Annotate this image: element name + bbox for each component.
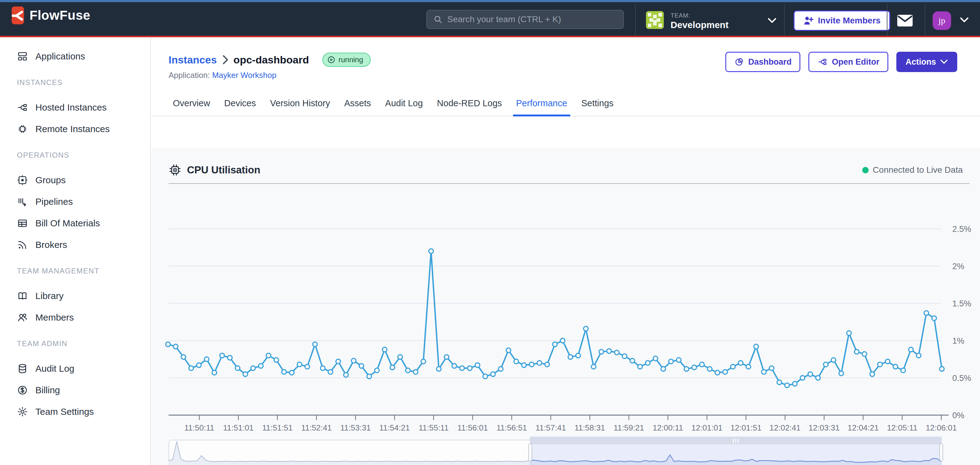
actions-button-label: Actions xyxy=(905,57,936,67)
remote-instances-icon xyxy=(17,123,28,134)
team-name: Development xyxy=(671,20,729,30)
actions-chevron-down-icon xyxy=(940,59,948,65)
open-editor-button-label: Open Editor xyxy=(832,57,880,67)
app-root: FlowFuse TEAM: Development xyxy=(0,0,980,465)
status-badge-label: running xyxy=(338,56,363,64)
sidebar-item-label: Library xyxy=(35,291,64,301)
team-avatar xyxy=(646,11,664,29)
team-selector[interactable]: TEAM: Development xyxy=(646,11,729,30)
sidebar-item-brokers[interactable]: Brokers xyxy=(0,234,150,256)
tab-performance[interactable]: Performance xyxy=(513,98,570,117)
tab-node-red-logs[interactable]: Node-RED Logs xyxy=(434,98,505,117)
live-status: Connected to Live Data xyxy=(862,165,963,175)
main-content: Instances opc-dashboard running Applicat… xyxy=(151,37,980,465)
brand-name: FlowFuse xyxy=(30,8,91,23)
user-menu-chevron-down-icon[interactable] xyxy=(960,16,969,24)
invite-members-label: Invite Members xyxy=(818,16,881,26)
dashboard-button-label: Dashboard xyxy=(748,57,791,67)
sidebar-item-label: Brokers xyxy=(35,240,67,250)
open-editor-button[interactable]: Open Editor xyxy=(808,52,888,72)
status-badge: running xyxy=(322,53,370,67)
sidebar-item-pipelines[interactable]: Pipelines xyxy=(0,191,150,213)
sidebar-item-hosted-instances[interactable]: Hosted Instances xyxy=(0,97,150,118)
sidebar-item-label: Team Settings xyxy=(35,406,94,417)
sidebar-item-label: Hosted Instances xyxy=(35,102,107,113)
sidebar-item-applications[interactable]: Applications xyxy=(0,46,150,67)
x-axis-tick-label: 12:04:21 xyxy=(848,423,878,432)
x-axis-tick-label: 11:54:21 xyxy=(379,423,410,432)
page-title: opc-dashboard xyxy=(234,54,309,66)
sidebar-item-members[interactable]: Members xyxy=(0,307,150,328)
x-axis-tick-label: 11:52:41 xyxy=(301,423,332,432)
sidebar-section-instances: INSTANCES xyxy=(0,78,150,87)
breadcrumb-instances-link[interactable]: Instances xyxy=(169,54,217,66)
sidebar-item-groups[interactable]: Groups xyxy=(0,169,150,191)
actions-button[interactable]: Actions xyxy=(896,52,957,72)
sidebar-item-label: Groups xyxy=(35,175,65,185)
tab-assets[interactable]: Assets xyxy=(341,98,374,117)
x-axis-tick-label: 12:01:01 xyxy=(692,423,722,432)
breadcrumb-chevron-icon xyxy=(222,55,229,65)
invite-members-button[interactable]: Invite Members xyxy=(794,10,890,31)
sidebar-item-label: Billing xyxy=(35,385,60,395)
chart-range-selector[interactable] xyxy=(169,437,944,465)
x-axis-tick-label: 12:01:51 xyxy=(730,423,762,432)
y-axis-tick-label: 2.5% xyxy=(952,224,971,234)
applications-icon xyxy=(17,51,28,62)
user-avatar[interactable]: jp xyxy=(932,11,951,30)
tab-overview[interactable]: Overview xyxy=(170,98,213,117)
pie-chart-icon xyxy=(734,57,744,67)
sidebar-item-billing[interactable]: Billing xyxy=(0,379,150,401)
billing-icon xyxy=(17,385,28,396)
performance-panel: CPU Utilisation Connected to Live Data 0… xyxy=(151,148,980,465)
sidebar-section-team-admin: TEAM ADMIN xyxy=(0,339,150,348)
tab-audit-log[interactable]: Audit Log xyxy=(382,98,426,117)
sidebar-item-bill-of-materials[interactable]: Bill Of Materials xyxy=(0,213,150,234)
dashboard-button[interactable]: Dashboard xyxy=(725,52,800,72)
x-axis-tick-label: 11:59:21 xyxy=(614,423,644,432)
library-icon xyxy=(17,291,28,302)
chart-header-rule xyxy=(169,183,970,184)
y-axis-tick-label: 0.5% xyxy=(952,374,971,383)
tab-devices[interactable]: Devices xyxy=(221,98,259,117)
application-link[interactable]: Mayker Workshop xyxy=(212,70,277,80)
brand[interactable]: FlowFuse xyxy=(12,6,91,24)
navbar-divider xyxy=(887,4,888,36)
play-circle-icon xyxy=(327,56,336,64)
brush-handle-left[interactable] xyxy=(529,444,532,461)
navbar-divider xyxy=(784,4,785,36)
sidebar-item-audit-log[interactable]: Audit Log xyxy=(0,358,150,379)
x-axis-tick-label: 12:05:11 xyxy=(887,423,917,432)
navbar-divider xyxy=(635,4,636,36)
node-red-flow-icon xyxy=(817,57,828,67)
sidebar-item-remote-instances[interactable]: Remote Instances xyxy=(0,118,150,140)
pipelines-icon xyxy=(17,196,28,207)
sidebar-item-label: Applications xyxy=(35,51,85,62)
cpu-chart-svg: 0%0.5%1%1.5%2%2.5%11:50:1111:51:0111:51:… xyxy=(169,192,980,447)
live-status-label: Connected to Live Data xyxy=(873,165,963,175)
live-dot-icon xyxy=(862,167,869,173)
x-axis-tick-label: 11:51:01 xyxy=(223,423,253,432)
bill-of-materials-icon xyxy=(17,218,28,229)
page-header: Instances opc-dashboard running Applicat… xyxy=(151,37,980,91)
x-axis-tick-label: 11:58:31 xyxy=(574,423,605,432)
tab-version-history[interactable]: Version History xyxy=(267,98,333,117)
sidebar-item-team-settings[interactable]: Team Settings xyxy=(0,401,150,422)
sidebar-section-operations: OPERATIONS xyxy=(0,150,150,160)
mail-icon[interactable] xyxy=(897,14,913,27)
sidebar-item-library[interactable]: Library xyxy=(0,285,150,307)
cpu-utilisation-chart: 0%0.5%1%1.5%2%2.5%11:50:1111:51:0111:51:… xyxy=(169,192,980,447)
y-axis-tick-label: 2% xyxy=(952,262,964,271)
search-bar[interactable] xyxy=(426,10,624,29)
sidebar-item-label: Bill Of Materials xyxy=(35,218,100,229)
tab-settings[interactable]: Settings xyxy=(578,98,617,117)
cpu-series-points xyxy=(166,249,944,388)
application-label: Application: xyxy=(169,70,210,80)
sidebar-item-label: Remote Instances xyxy=(35,124,110,134)
x-axis-tick-label: 11:56:51 xyxy=(496,423,527,432)
team-chevron-down-icon[interactable] xyxy=(767,17,777,24)
search-input[interactable] xyxy=(447,14,617,24)
brush-handle-right[interactable] xyxy=(940,444,943,461)
x-axis-tick-label: 12:02:41 xyxy=(770,423,801,432)
x-axis-tick-label: 11:53:31 xyxy=(340,423,371,432)
